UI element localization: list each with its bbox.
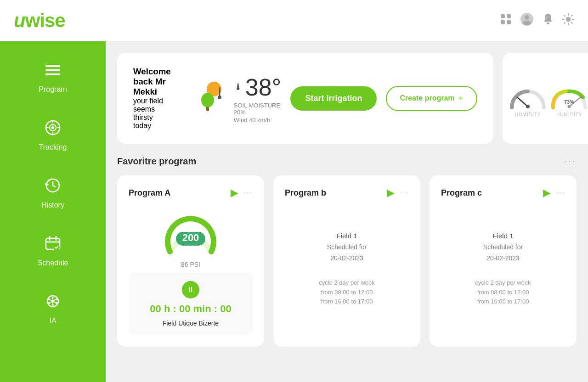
program-b-date: 20-02-2023 <box>330 254 363 262</box>
temperature: 38° <box>245 73 282 101</box>
program-icon <box>45 63 61 82</box>
welcome-text: Welcome back Mr Mekki your field seems t… <box>133 67 171 130</box>
fav-header: Favoritre program ··· <box>117 155 577 167</box>
svg-point-33 <box>526 105 530 108</box>
welcome-section: Welcome back Mr Mekki your field seems t… <box>117 53 493 144</box>
svg-rect-3 <box>507 20 511 24</box>
gauge-1-label: HUMIDITY <box>515 112 541 117</box>
program-c-actions: ▶ ··· <box>543 187 565 199</box>
svg-rect-1 <box>507 14 511 18</box>
program-b-name: Program b <box>285 188 326 198</box>
user-icon[interactable] <box>520 12 534 29</box>
programs-row: Program A ▶ ··· <box>117 175 577 347</box>
program-a-actions: ▶ ··· <box>231 187 253 199</box>
gauge-1: HUMIDITY <box>507 80 548 117</box>
svg-text:200: 200 <box>182 232 199 243</box>
fav-more-button[interactable]: ··· <box>564 155 577 167</box>
sidebar-label-tracking: Tracking <box>39 143 67 152</box>
program-card-a: Program A ▶ ··· <box>117 175 264 347</box>
create-program-button[interactable]: Create program + <box>386 86 477 111</box>
history-icon <box>45 177 61 197</box>
program-b-field: Field 1 <box>336 232 357 240</box>
sidebar-label-schedule: Schedule <box>38 259 68 267</box>
sidebar: Program Tracking <box>0 41 106 382</box>
sidebar-item-history[interactable]: History <box>0 164 106 222</box>
svg-rect-0 <box>501 14 505 18</box>
temp-section: 🌡 38° SOIL MOISTURE 20% Wind 40 km/h <box>234 73 282 124</box>
svg-point-29 <box>201 93 214 107</box>
wind-info: Wind 40 km/h <box>234 117 282 124</box>
gauge-2-label: HUMIDITY <box>556 112 582 117</box>
program-c-schedule: Field 1 Scheduled for 20-02-2023 cycle 2… <box>441 203 565 335</box>
action-buttons: Start irrigation Create program + <box>290 86 477 111</box>
svg-rect-2 <box>501 20 505 24</box>
program-b-scheduled-label: Scheduled for <box>327 243 367 251</box>
settings-icon[interactable] <box>562 13 574 28</box>
program-b-schedule: Field 1 Scheduled for 20-02-2023 cycle 2… <box>285 203 409 335</box>
svg-rect-12 <box>45 73 60 75</box>
fav-title: Favoritre program <box>117 156 196 167</box>
bell-icon[interactable] <box>542 13 554 28</box>
svg-text:73%: 73% <box>564 99 574 105</box>
program-b-actions: ▶ ··· <box>387 187 409 199</box>
svg-point-15 <box>51 126 54 129</box>
weather-icon <box>194 81 227 116</box>
pause-button[interactable]: ⏸ <box>182 281 199 298</box>
program-b-cycle: cycle 2 day per week from 08:00 to 12:00… <box>319 278 374 307</box>
gauges-section: HUMIDITY 73% HUMIDITY <box>503 53 588 144</box>
svg-rect-10 <box>45 65 60 67</box>
svg-line-32 <box>517 97 528 107</box>
sidebar-label-ia: IA <box>49 317 56 325</box>
program-c-header: Program c ▶ ··· <box>441 187 565 199</box>
program-b-header: Program b ▶ ··· <box>285 187 409 199</box>
main-content: Welcome back Mr Mekki your field seems t… <box>106 41 588 382</box>
sidebar-label-program: Program <box>39 85 67 94</box>
program-c-play[interactable]: ▶ <box>543 187 551 199</box>
program-card-c: Program c ▶ ··· Field 1 Scheduled for 20… <box>430 175 577 347</box>
svg-rect-31 <box>219 87 220 97</box>
program-c-cycle: cycle 2 day per week from 08:00 to 12:00… <box>475 278 531 307</box>
sidebar-item-schedule[interactable]: Schedule <box>0 222 106 280</box>
gauge-2: 73% HUMIDITY <box>548 80 588 117</box>
program-c-scheduled-label: Scheduled for <box>483 243 523 251</box>
welcome-subtitle: your field seems thirsty today <box>133 97 171 130</box>
program-b-play[interactable]: ▶ <box>387 187 395 199</box>
sidebar-item-tracking[interactable]: Tracking <box>0 107 106 164</box>
sidebar-label-history: History <box>41 201 64 209</box>
program-a-dots[interactable]: ··· <box>244 189 253 197</box>
top-row: Welcome back Mr Mekki your field seems t… <box>117 53 577 144</box>
program-a-play[interactable]: ▶ <box>231 187 238 199</box>
layout: Program Tracking <box>0 41 588 382</box>
svg-rect-11 <box>45 69 60 71</box>
logo: uwise <box>14 10 65 32</box>
favorite-programs-section: Favoritre program ··· Program A ▶ ··· <box>117 155 577 347</box>
header-icons <box>500 12 574 29</box>
sidebar-item-program[interactable]: Program <box>0 51 106 107</box>
start-irrigation-button[interactable]: Start irrigation <box>290 86 377 111</box>
svg-point-6 <box>523 21 531 25</box>
program-card-b: Program b ▶ ··· Field 1 Scheduled for 20… <box>273 175 420 347</box>
svg-point-35 <box>568 105 571 108</box>
program-c-name: Program c <box>441 188 482 198</box>
header: uwise <box>0 0 588 41</box>
welcome-greeting: Welcome back Mr Mekki <box>133 67 171 97</box>
svg-point-7 <box>547 22 549 24</box>
program-a-header: Program A ▶ ··· <box>129 187 253 199</box>
weather-section: 🌡 38° SOIL MOISTURE 20% Wind 40 km/h <box>194 73 282 124</box>
grid-icon[interactable] <box>500 13 512 28</box>
program-c-dots[interactable]: ··· <box>556 189 565 197</box>
program-a-name: Program A <box>129 188 170 198</box>
program-a-gauge: 200 86 PSI <box>129 208 253 268</box>
program-c-date: 20-02-2023 <box>486 254 520 262</box>
sidebar-item-ia[interactable]: IA <box>0 280 106 338</box>
program-b-dots[interactable]: ··· <box>400 189 409 197</box>
svg-point-5 <box>525 15 529 20</box>
program-a-field: Field Utique Bizerte <box>163 320 219 327</box>
welcome-inner: Welcome back Mr Mekki your field seems t… <box>133 67 477 130</box>
program-c-field: Field 1 <box>492 232 513 240</box>
ia-icon <box>45 293 61 313</box>
tracking-icon <box>45 119 61 140</box>
timer-display: 00 h : 00 min : 00 <box>150 303 231 315</box>
program-a-timer-section: ⏸ 00 h : 00 min : 00 Field Utique Bizert… <box>129 273 253 335</box>
schedule-icon <box>45 235 61 255</box>
